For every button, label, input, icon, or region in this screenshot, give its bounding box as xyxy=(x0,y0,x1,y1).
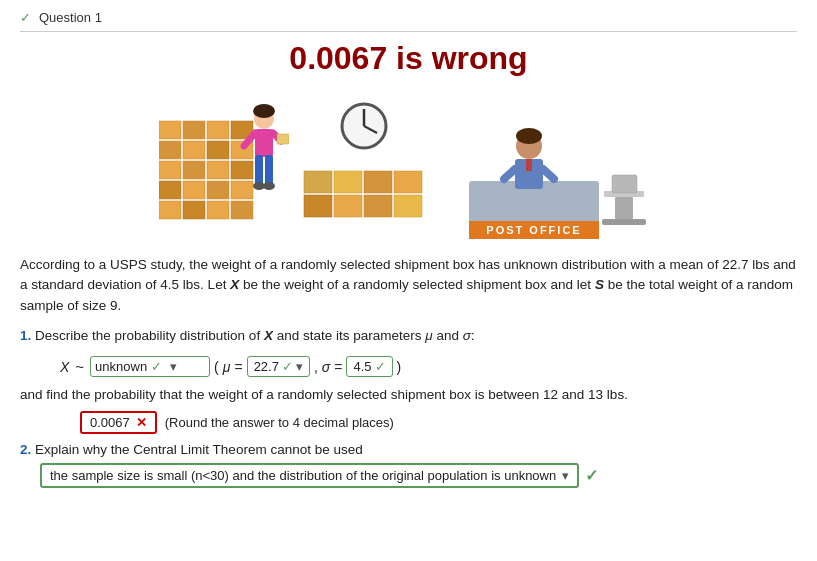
result-title: 0.0067 is wrong xyxy=(20,40,797,77)
distribution-line: X ~ unknown ✓ ▾ ( μ = 22.7 ✓ ▾ , σ = 4.5… xyxy=(60,356,797,377)
svg-rect-35 xyxy=(364,171,392,193)
svg-rect-36 xyxy=(394,171,422,193)
svg-rect-40 xyxy=(394,195,422,217)
svg-rect-18 xyxy=(207,201,229,219)
question-label: Question 1 xyxy=(39,10,102,25)
sigma-input[interactable]: 4.5 ✓ xyxy=(346,356,392,377)
tilde-symbol: ~ xyxy=(75,358,84,375)
svg-rect-4 xyxy=(159,141,181,159)
svg-rect-0 xyxy=(159,121,181,139)
dropdown-check-icon: ✓ xyxy=(585,466,598,485)
question1-text: 1. Describe the probability distribution… xyxy=(20,326,797,346)
mu-value: 22.7 xyxy=(254,359,279,374)
svg-text:POST OFFICE: POST OFFICE xyxy=(486,224,581,236)
question2-number: 2. xyxy=(20,442,31,457)
svg-rect-33 xyxy=(304,171,332,193)
svg-rect-2 xyxy=(207,121,229,139)
svg-rect-16 xyxy=(159,201,181,219)
svg-rect-10 xyxy=(207,161,229,179)
open-paren: ( xyxy=(214,359,219,375)
svg-rect-37 xyxy=(304,195,332,217)
svg-rect-13 xyxy=(183,181,205,199)
dist-check-icon: ✓ xyxy=(151,359,162,374)
svg-point-46 xyxy=(516,128,542,144)
svg-rect-38 xyxy=(334,195,362,217)
clt-dropdown[interactable]: the sample size is small (n<30) and the … xyxy=(40,463,579,488)
eq2: = xyxy=(334,359,342,375)
svg-rect-27 xyxy=(265,155,273,185)
comma: , xyxy=(314,359,318,375)
svg-point-21 xyxy=(253,104,275,118)
wrong-icon: ✕ xyxy=(136,415,147,430)
problem-text: According to a USPS study, the weight of… xyxy=(20,255,797,316)
post-office-illustration: POST OFFICE xyxy=(439,91,659,241)
close-paren: ) xyxy=(397,359,402,375)
eq1: = xyxy=(234,359,242,375)
svg-rect-1 xyxy=(183,121,205,139)
svg-rect-53 xyxy=(615,197,633,219)
svg-point-29 xyxy=(263,182,275,190)
mu-check-icon: ✓ xyxy=(282,359,293,374)
illustration-area: POST OFFICE xyxy=(20,91,797,241)
svg-rect-52 xyxy=(612,175,637,193)
svg-rect-25 xyxy=(277,134,289,144)
question-check-icon: ✓ xyxy=(20,10,31,25)
svg-rect-14 xyxy=(207,181,229,199)
svg-line-48 xyxy=(504,169,515,179)
svg-rect-39 xyxy=(364,195,392,217)
svg-rect-11 xyxy=(231,161,253,179)
dropdown-answer-text: the sample size is small (n<30) and the … xyxy=(50,468,556,483)
middle-illustration xyxy=(289,91,439,241)
question1-number: 1. xyxy=(20,328,31,343)
mu-arrow-icon: ▾ xyxy=(296,359,303,374)
answer-box[interactable]: 0.0067 ✕ xyxy=(80,411,157,434)
svg-rect-34 xyxy=(334,171,362,193)
dist-arrow-icon: ▾ xyxy=(170,359,177,374)
distribution-select[interactable]: unknown ✓ ▾ xyxy=(90,356,210,377)
svg-rect-54 xyxy=(602,219,646,225)
sigma-check-icon: ✓ xyxy=(375,359,386,374)
x-variable: X xyxy=(60,359,69,375)
svg-rect-17 xyxy=(183,201,205,219)
svg-rect-15 xyxy=(231,181,253,199)
mu-input[interactable]: 22.7 ✓ ▾ xyxy=(247,356,310,377)
dropdown-answer-row: the sample size is small (n<30) and the … xyxy=(40,463,797,488)
question-header: ✓ Question 1 xyxy=(20,10,797,32)
answer-value: 0.0067 xyxy=(90,415,130,430)
svg-rect-5 xyxy=(183,141,205,159)
svg-rect-12 xyxy=(159,181,181,199)
find-prob-text: and find the probability that the weight… xyxy=(20,385,797,405)
answer-line: 0.0067 ✕ (Round the answer to 4 decimal … xyxy=(80,411,797,434)
svg-line-49 xyxy=(543,169,554,179)
sigma-value: 4.5 xyxy=(353,359,371,374)
sigma-symbol: σ xyxy=(322,359,330,375)
round-note: (Round the answer to 4 decimal places) xyxy=(165,415,394,430)
svg-rect-8 xyxy=(159,161,181,179)
svg-rect-9 xyxy=(183,161,205,179)
person-boxes-illustration xyxy=(159,91,289,241)
dropdown-arrow-icon: ▾ xyxy=(562,468,569,483)
mu-symbol: μ xyxy=(223,359,231,375)
svg-rect-19 xyxy=(231,201,253,219)
distribution-value: unknown xyxy=(95,359,147,374)
svg-rect-26 xyxy=(255,155,263,185)
svg-rect-6 xyxy=(207,141,229,159)
svg-rect-50 xyxy=(526,159,532,171)
question2-text: 2. Explain why the Central Limit Theorem… xyxy=(20,442,797,457)
